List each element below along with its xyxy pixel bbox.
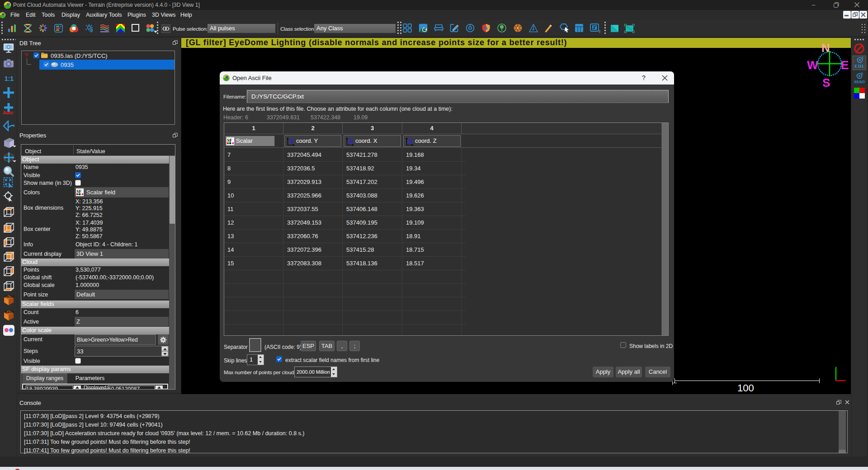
svg-text:Z: Z xyxy=(408,137,413,146)
svg-text:Auto: Auto xyxy=(3,110,13,115)
svg-text:SF: SF xyxy=(227,138,232,143)
svg-text:BACK: BACK xyxy=(5,310,14,314)
svg-text:Y: Y xyxy=(289,137,294,146)
svg-text:FRONT: FRONT xyxy=(5,295,14,298)
svg-text:X: X xyxy=(348,137,354,146)
svg-text:SF: SF xyxy=(76,189,82,194)
